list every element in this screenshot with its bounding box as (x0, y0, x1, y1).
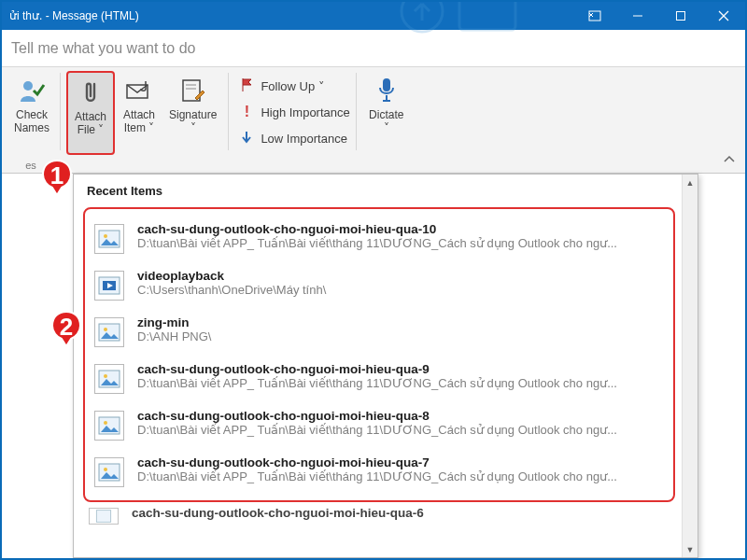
scroll-down-button[interactable]: ▼ (683, 541, 698, 557)
image-file-icon (94, 317, 124, 347)
image-file-icon (94, 364, 124, 394)
file-path: D:\tuan\Bài viết APP_ Tuấn\Bài viết\thán… (137, 376, 664, 390)
svg-point-14 (104, 234, 107, 238)
list-item[interactable]: cach-su-dung-outlook-cho-nguoi-moi-hieu-… (89, 215, 669, 261)
window-title: ửi thư. - Message (HTML) (9, 9, 139, 22)
minimize-button[interactable] (616, 2, 659, 30)
svg-rect-12 (383, 78, 390, 91)
follow-up-label: Follow Up ˅ (261, 79, 324, 93)
file-path: D:\ANH PNG\ (137, 329, 664, 343)
low-importance-icon (240, 130, 253, 147)
attach-item-button[interactable]: Attach Item ˅ (115, 71, 163, 155)
annotation-callout-2: 2 (50, 310, 82, 347)
attach-file-dropdown: Recent Items ▲ ▼ cach-su-dung-outlook-ch… (73, 174, 698, 558)
image-file-icon (94, 411, 124, 441)
annotation-callout-1: 1 (41, 159, 73, 196)
dictate-label: Dictate ˅ (369, 108, 403, 134)
svg-point-24 (104, 468, 107, 471)
microphone-icon (376, 75, 397, 106)
panel-scrollbar[interactable]: ▲ ▼ (682, 175, 698, 557)
check-names-icon (18, 75, 46, 106)
list-item[interactable]: cach-su-dung-outlook-cho-nguoi-moi-hieu-… (89, 355, 669, 401)
recent-items-header: Recent Items (74, 175, 698, 203)
attach-item-label: Attach Item ˅ (123, 108, 155, 134)
ribbon: Check Names es Attach File ˅ Attach Item… (2, 67, 745, 174)
list-item[interactable]: cach-su-dung-outlook-cho-nguoi-moi-hieu-… (89, 401, 669, 448)
svg-point-18 (104, 328, 107, 331)
list-item[interactable]: cach-su-dung-outlook-cho-nguoi-moi-hieu-… (89, 448, 669, 495)
follow-up-button[interactable]: Follow Up ˅ (240, 77, 349, 95)
signature-label: Signature ˅ (169, 108, 217, 134)
tell-me-placeholder: Tell me what you want to do (11, 40, 195, 57)
check-names-button[interactable]: Check Names (7, 71, 56, 155)
file-path: D:\tuan\Bài viết APP_ Tuấn\Bài viết\thán… (137, 236, 664, 250)
file-name: cach-su-dung-outlook-cho-nguoi-moi-hieu-… (137, 362, 664, 376)
ribbon-group-tags: Follow Up ˅ ! High Importance Low Import… (229, 67, 355, 173)
svg-point-22 (104, 421, 107, 425)
file-name: zing-min (137, 315, 664, 329)
image-file-icon (94, 457, 124, 487)
ribbon-display-options-button[interactable] (573, 2, 616, 30)
collapse-ribbon-button[interactable] (723, 154, 736, 167)
file-name: videoplayback (137, 269, 664, 283)
high-importance-icon: ! (240, 104, 253, 120)
list-item[interactable]: cach-su-dung-outlook-cho-nguoi-moi-hieu-… (83, 502, 675, 532)
window-buttons (573, 2, 745, 30)
ribbon-group-include: Attach File ˅ Attach Item ˅ Signature ˅ (61, 67, 228, 173)
low-importance-button[interactable]: Low Importance (240, 129, 349, 147)
svg-rect-1 (459, 0, 515, 30)
file-path: C:\Users\thanh\OneDrive\Máy tính\ (137, 283, 664, 297)
video-file-icon (94, 271, 124, 301)
svg-point-0 (402, 0, 443, 32)
attach-item-icon (125, 75, 153, 106)
dictate-button[interactable]: Dictate ˅ (362, 71, 411, 155)
title-bar: ửi thư. - Message (HTML) (2, 2, 745, 30)
svg-rect-4 (677, 12, 685, 21)
check-names-label: Check Names (14, 108, 49, 134)
svg-rect-2 (589, 11, 600, 21)
file-name: cach-su-dung-outlook-cho-nguoi-moi-hieu-… (132, 506, 669, 520)
svg-rect-25 (96, 511, 110, 523)
attach-file-button[interactable]: Attach File ˅ (66, 71, 115, 155)
scroll-up-button[interactable]: ▲ (683, 175, 698, 190)
image-file-icon (89, 508, 119, 525)
high-importance-label: High Importance (261, 105, 349, 119)
ribbon-group-names: Check Names es (2, 67, 60, 173)
signature-icon (180, 75, 206, 106)
svg-point-7 (23, 81, 33, 91)
file-path: D:\tuan\Bài viết APP_ Tuấn\Bài viết\thán… (137, 469, 664, 483)
file-name: cach-su-dung-outlook-cho-nguoi-moi-hieu-… (137, 409, 664, 423)
image-file-icon (94, 224, 124, 254)
attach-file-label: Attach File ˅ (75, 110, 106, 136)
file-name: cach-su-dung-outlook-cho-nguoi-moi-hieu-… (137, 222, 664, 236)
file-path: D:\tuan\Bài viết APP_ Tuấn\Bài viết\thán… (137, 423, 664, 437)
close-button[interactable] (702, 2, 745, 30)
svg-point-20 (104, 374, 107, 378)
list-item[interactable]: zing-minD:\ANH PNG\ (89, 308, 669, 355)
tell-me-search[interactable]: Tell me what you want to do (2, 30, 745, 67)
flag-icon (240, 77, 253, 95)
paperclip-icon (81, 77, 100, 108)
signature-button[interactable]: Signature ˅ (163, 71, 222, 155)
high-importance-button[interactable]: ! High Importance (240, 103, 349, 121)
list-item[interactable]: videoplaybackC:\Users\thanh\OneDrive\Máy… (89, 261, 669, 308)
maximize-button[interactable] (659, 2, 702, 30)
recent-items-list: cach-su-dung-outlook-cho-nguoi-moi-hieu-… (83, 207, 675, 502)
ribbon-group-voice: Dictate ˅ (357, 67, 416, 173)
file-name: cach-su-dung-outlook-cho-nguoi-moi-hieu-… (137, 455, 664, 469)
low-importance-label: Low Importance (261, 132, 347, 146)
